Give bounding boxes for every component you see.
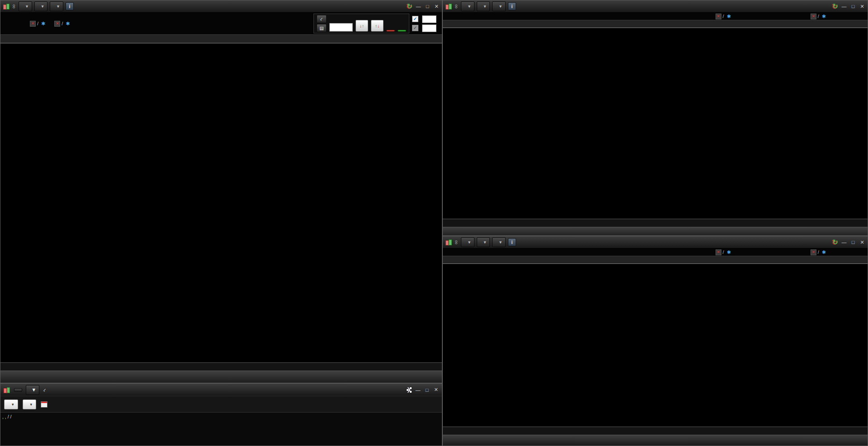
indicator-bar bbox=[443, 20, 868, 28]
stop-pts-input[interactable] bbox=[422, 24, 436, 32]
orders-settings-icon[interactable]: ✱ bbox=[41, 21, 45, 27]
symbol-select[interactable]: ▾ bbox=[19, 1, 32, 11]
chart-area[interactable] bbox=[443, 263, 868, 427]
minimize-button[interactable]: — bbox=[415, 4, 422, 9]
performance-window: ▾ ⌐ — □ ✕ ▾ ▾ , , / / bbox=[0, 383, 442, 446]
link-icon[interactable]: ∞ bbox=[453, 240, 460, 244]
app-logo-icon bbox=[3, 3, 10, 10]
indicator-bar bbox=[0, 34, 442, 43]
performance-titlebar: ▾ ⌐ — □ ✕ bbox=[0, 384, 442, 396]
link-icon[interactable]: ∞ bbox=[11, 4, 18, 8]
equity-curve bbox=[0, 413, 136, 446]
symbol-select[interactable]: ▾ bbox=[461, 1, 474, 11]
timeframe-select[interactable]: ▾ bbox=[34, 1, 48, 11]
position-settings-icon[interactable]: ✱ bbox=[66, 21, 70, 27]
maximize-button[interactable]: □ bbox=[850, 4, 856, 9]
close-button[interactable]: ✕ bbox=[433, 387, 439, 393]
performance-chart[interactable]: , , / / bbox=[0, 412, 442, 446]
chart-area[interactable] bbox=[0, 43, 442, 362]
close-button[interactable]: ✕ bbox=[859, 239, 865, 245]
info-button[interactable]: i bbox=[508, 238, 516, 246]
performance-controls: ▾ ▾ bbox=[0, 396, 442, 412]
close-position-icon[interactable]: ✕ bbox=[54, 21, 60, 27]
orders-settings-icon[interactable]: ✱ bbox=[727, 249, 731, 255]
maximize-button[interactable]: □ bbox=[424, 387, 430, 393]
orders-settings-icon[interactable]: ✱ bbox=[727, 14, 731, 19]
performance-caption: , , / / bbox=[2, 414, 11, 419]
close-button[interactable]: ✕ bbox=[859, 4, 865, 9]
sell-button[interactable] bbox=[386, 30, 395, 32]
trade-settings-icon[interactable]: ⌐ bbox=[317, 15, 327, 23]
app-logo-icon bbox=[3, 386, 10, 394]
trades-filter-select[interactable]: ▾ bbox=[23, 399, 37, 409]
share-icon[interactable] bbox=[407, 387, 412, 393]
calendar-icon[interactable] bbox=[41, 401, 47, 408]
qty-input[interactable] bbox=[329, 23, 353, 32]
units-select[interactable]: ▾ bbox=[492, 1, 506, 11]
titlebar: ∞ ▾ ▾ ▾ i ↻ — □ ✕ bbox=[443, 236, 868, 249]
stop-order-button[interactable]: ↑↓ bbox=[371, 20, 384, 32]
instruments-select[interactable]: ▾ bbox=[26, 385, 39, 395]
position-count: ✕ / ✱ bbox=[808, 14, 826, 19]
cancel-orders-icon[interactable]: ✕ bbox=[30, 21, 36, 27]
time-axis bbox=[0, 362, 442, 371]
refresh-icon[interactable]: ↻ bbox=[832, 2, 838, 10]
trading-filter-select[interactable]: ▾ bbox=[4, 399, 18, 409]
cancel-orders-icon[interactable]: ✕ bbox=[716, 14, 721, 19]
stop-checkbox[interactable]: ✓ bbox=[412, 25, 418, 31]
units-select[interactable]: ▾ bbox=[50, 1, 63, 11]
indicator-bar bbox=[443, 256, 868, 263]
minimize-button[interactable]: — bbox=[841, 239, 847, 245]
chart-toolbar bbox=[443, 227, 868, 236]
account-bar: ✕ / ✱ ✕ / ✱ ⌐ ▤ ↓↑ ↑↓ bbox=[0, 13, 442, 34]
link-icon[interactable]: ∞ bbox=[453, 4, 460, 8]
position-count: ✕ / ✱ bbox=[808, 249, 826, 255]
stop-limit-pts: ✓ ✓ bbox=[409, 15, 438, 32]
info-button[interactable]: i bbox=[66, 2, 74, 10]
limit-checkbox[interactable]: ✓ bbox=[412, 16, 418, 22]
chart-window-dax-5min: ∞ ▾ ▾ ▾ i ↻ — □ ✕ ✕ / ✱ ✕ / ✱ bbox=[442, 0, 868, 236]
account-bar: ✕ / ✱ ✕ / ✱ bbox=[443, 249, 868, 256]
timeframe-select[interactable]: ▾ bbox=[477, 1, 490, 11]
time-axis bbox=[443, 219, 868, 227]
chart-window-dax-10min: ∞ ▾ ▾ ▾ i ↻ — □ ✕ ✕ / ✱ ✕ / ✱ ⌐ ▤ bbox=[0, 0, 442, 383]
account-bar: ✕ / ✱ ✕ / ✱ bbox=[443, 13, 868, 20]
refresh-icon[interactable]: ↻ bbox=[832, 238, 838, 246]
chart-area[interactable] bbox=[443, 28, 868, 219]
orders-count: ✕ / ✱ bbox=[713, 249, 731, 255]
minimize-button[interactable]: — bbox=[415, 387, 421, 393]
info-button[interactable]: i bbox=[508, 2, 516, 10]
titlebar: ∞ ▾ ▾ ▾ i ↻ — □ ✕ bbox=[0, 0, 442, 13]
orders-count: ✕ / ✱ bbox=[27, 21, 45, 27]
trading-workstation: ∞ ▾ ▾ ▾ i ↻ — □ ✕ ✕ / ✱ ✕ / ✱ ⌐ ▤ bbox=[0, 0, 868, 446]
orders-count: ✕ / ✱ bbox=[713, 14, 731, 19]
close-position-icon[interactable]: ✕ bbox=[811, 14, 816, 19]
tab-performance[interactable] bbox=[14, 388, 22, 392]
buy-button[interactable] bbox=[398, 30, 406, 32]
maximize-button[interactable]: □ bbox=[424, 4, 431, 9]
limit-order-button[interactable]: ↓↑ bbox=[356, 20, 368, 32]
minimize-button[interactable]: — bbox=[841, 4, 847, 9]
units-select[interactable]: ▾ bbox=[492, 237, 506, 247]
cancel-orders-icon[interactable]: ✕ bbox=[716, 249, 721, 255]
position-count: ✕ / ✱ bbox=[52, 21, 70, 27]
close-position-icon[interactable]: ✕ bbox=[811, 249, 816, 255]
limit-pts-input[interactable] bbox=[422, 15, 436, 23]
chart-toolbar bbox=[0, 371, 442, 383]
chart-window-dax-1min: ∞ ▾ ▾ ▾ i ↻ — □ ✕ ✕ / ✱ ✕ / ✱ bbox=[442, 236, 868, 446]
timeframe-select[interactable]: ▾ bbox=[477, 237, 490, 247]
time-axis bbox=[443, 427, 868, 435]
titlebar: ∞ ▾ ▾ ▾ i ↻ — □ ✕ bbox=[443, 0, 868, 13]
keyboard-icon[interactable]: ▤ bbox=[317, 24, 327, 32]
app-logo-icon bbox=[445, 239, 452, 246]
chart-toolbar bbox=[443, 435, 868, 446]
symbol-select[interactable]: ▾ bbox=[461, 237, 474, 247]
position-settings-icon[interactable]: ✱ bbox=[822, 249, 826, 255]
app-logo-icon bbox=[445, 3, 452, 10]
wrench-icon[interactable]: ⌐ bbox=[41, 386, 48, 393]
maximize-button[interactable]: □ bbox=[850, 239, 856, 245]
position-settings-icon[interactable]: ✱ bbox=[822, 14, 826, 19]
date-range bbox=[52, 401, 55, 407]
refresh-icon[interactable]: ↻ bbox=[407, 2, 413, 10]
close-button[interactable]: ✕ bbox=[433, 4, 440, 9]
